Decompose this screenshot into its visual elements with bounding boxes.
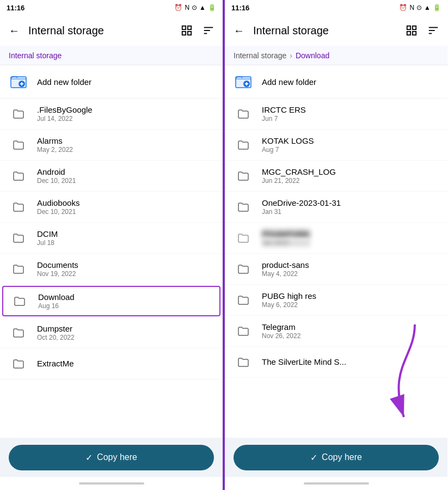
folder-date-download: Aug 16 (38, 302, 75, 310)
breadcrumb-left: Internal storage (0, 46, 223, 65)
folder-item-dcim[interactable]: DCIM Jul 18 (0, 223, 223, 254)
folder-name-onedrive: OneDrive-2023-01-31 (262, 198, 341, 207)
folder-info-filesbyGoogle: .FilesByGoogle Jul 14, 2022 (37, 105, 93, 122)
folder-icon-blurred (234, 228, 253, 248)
folder-info-product-sans: product-sans May 4, 2022 (262, 260, 309, 278)
folder-icon-filesbyGoogle (9, 104, 28, 124)
svg-rect-14 (413, 32, 416, 35)
breadcrumb-internal-right[interactable]: Internal storage (234, 51, 286, 60)
folder-item-kotak[interactable]: KOTAK LOGS Aug 7 (225, 130, 447, 161)
add-folder-item-left[interactable]: Add new folder (0, 65, 223, 99)
folder-item-download[interactable]: Download Aug 16 (2, 286, 220, 316)
battery-icon-right: 🔋 (433, 4, 441, 11)
wifi-icon-right: ▲ (424, 4, 431, 11)
folder-icon-dumpster (9, 323, 28, 342)
grid-view-button-left[interactable] (177, 21, 197, 40)
folder-info-kotak: KOTAK LOGS Aug 7 (262, 136, 314, 154)
folder-item-blurred[interactable]: PrivateFolder Jan 2023 (225, 223, 447, 254)
folder-svg-kotak (237, 138, 250, 151)
folder-icon-download (10, 291, 29, 311)
folder-icon-kotak (234, 135, 253, 155)
status-bar-left: 11:16 ⏰ N ⊙ ▲ 🔋 (0, 0, 223, 15)
folder-info-silverlite: The SilverLite Mind S... (262, 357, 346, 367)
folder-item-filesbyGoogle[interactable]: .FilesByGoogle Jul 14, 2022 (0, 99, 223, 130)
add-folder-label-left: Add new folder (37, 77, 91, 87)
location-icon-right: ⊙ (416, 4, 422, 11)
folder-svg-silverlite (237, 356, 250, 369)
folder-svg-alarms (12, 138, 25, 151)
svg-rect-2 (182, 32, 186, 35)
sort-button-right[interactable] (424, 21, 443, 40)
folder-date-documents: Nov 19, 2022 (37, 270, 78, 278)
action-bar-left: ✓ Copy here (0, 438, 223, 477)
folder-name-product-sans: product-sans (262, 260, 309, 270)
svg-rect-13 (407, 32, 410, 35)
folder-item-documents[interactable]: Documents Nov 19, 2022 (0, 254, 223, 285)
folder-item-irctc[interactable]: IRCTC ERS Jun 7 (225, 99, 447, 130)
header-right: ← Internal storage (225, 15, 447, 46)
folder-date-filesbyGoogle: Jul 14, 2022 (37, 115, 93, 122)
folder-info-blurred: PrivateFolder Jan 2023 (262, 229, 310, 247)
folder-list-left: Add new folder .FilesByGoogle Jul 14, 20… (0, 65, 223, 438)
check-icon-left: ✓ (85, 452, 93, 463)
folder-svg-download (13, 295, 26, 308)
folder-name-alarms: Alarms (37, 136, 73, 145)
folder-date-onedrive: Jan 31 (262, 208, 341, 216)
folder-svg-audiobooks (12, 200, 25, 213)
folder-icon-audiobooks (9, 197, 28, 217)
back-button-right[interactable]: ← (229, 21, 249, 40)
folder-date-kotak: Aug 7 (262, 146, 314, 154)
sort-icon-right (427, 24, 439, 36)
folder-icon-dcim (9, 228, 28, 248)
folder-item-product-sans[interactable]: product-sans May 4, 2022 (225, 254, 447, 285)
alarm-icon: ⏰ (174, 4, 182, 11)
add-folder-icon-right (234, 72, 253, 91)
check-icon-right: ✓ (310, 452, 317, 463)
folder-svg-mgc (237, 169, 250, 182)
folder-name-extractme: ExtractMe (37, 359, 74, 368)
folder-name-mgc: MGC_CRASH_LOG (262, 167, 336, 176)
folder-date-telegram: Nov 26, 2022 (262, 332, 300, 340)
folder-svg-extractme (12, 357, 25, 370)
folder-item-extractme[interactable]: ExtractMe (0, 348, 223, 379)
folder-item-alarms[interactable]: Alarms May 2, 2022 (0, 130, 223, 161)
folder-name-dcim: DCIM (37, 229, 58, 238)
home-bar-right (304, 482, 369, 485)
copy-here-label-left: Copy here (97, 452, 137, 462)
left-panel: 11:16 ⏰ N ⊙ ▲ 🔋 ← Internal storage (0, 0, 224, 490)
folder-item-mgc[interactable]: MGC_CRASH_LOG Jun 21, 2022 (225, 161, 447, 192)
add-folder-item-right[interactable]: Add new folder (225, 65, 447, 99)
folder-info-dumpster: Dumpster Oct 20, 2022 (37, 324, 75, 341)
sort-icon-left (202, 24, 214, 36)
folder-info-android: Android Dec 10, 2021 (37, 167, 76, 185)
header-title-right: Internal storage (253, 24, 397, 37)
folder-icon-irctc (234, 104, 253, 124)
folder-info-pubg: PUBG high res May 6, 2022 (262, 291, 316, 309)
folder-icon-mgc (234, 166, 253, 186)
folder-item-audiobooks[interactable]: Audiobooks Dec 10, 2021 (0, 192, 223, 223)
folder-item-telegram[interactable]: Telegram Nov 26, 2022 (225, 316, 447, 347)
alarm-icon-right: ⏰ (399, 4, 407, 11)
copy-here-button-right[interactable]: ✓ Copy here (234, 445, 439, 470)
folder-name-download: Download (38, 292, 75, 302)
sort-button-left[interactable] (199, 21, 218, 40)
header-left: ← Internal storage (0, 15, 223, 46)
folder-date-alarms: May 2, 2022 (37, 146, 73, 154)
folder-name-irctc: IRCTC ERS (262, 105, 306, 114)
breadcrumb-download-right[interactable]: Download (296, 51, 329, 60)
nfc-icon: N (185, 4, 189, 11)
folder-item-onedrive[interactable]: OneDrive-2023-01-31 Jan 31 (225, 192, 447, 223)
folder-svg-documents (12, 262, 25, 275)
copy-here-button-left[interactable]: ✓ Copy here (9, 445, 214, 470)
svg-rect-0 (182, 26, 186, 29)
breadcrumb-internal-storage-left[interactable]: Internal storage (9, 51, 62, 60)
folder-info-dcim: DCIM Jul 18 (37, 229, 58, 247)
folder-item-silverlite[interactable]: The SilverLite Mind S... (225, 347, 447, 378)
folder-date-product-sans: May 4, 2022 (262, 270, 309, 278)
folder-icon-android (9, 166, 28, 186)
folder-item-dumpster[interactable]: Dumpster Oct 20, 2022 (0, 317, 223, 348)
folder-item-pubg[interactable]: PUBG high res May 6, 2022 (225, 285, 447, 316)
folder-item-android[interactable]: Android Dec 10, 2021 (0, 161, 223, 192)
grid-view-button-right[interactable] (402, 21, 421, 40)
back-button-left[interactable]: ← (4, 21, 24, 40)
